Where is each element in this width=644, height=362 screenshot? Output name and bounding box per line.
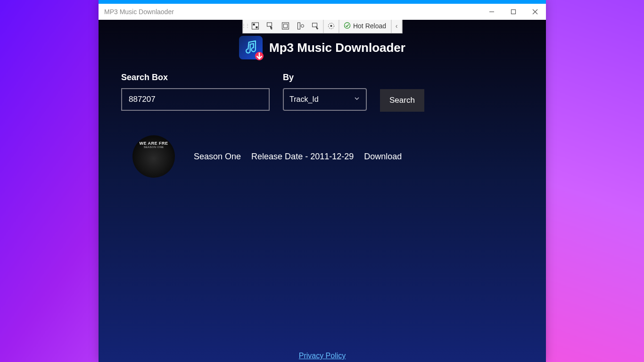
svg-rect-6	[256, 26, 257, 28]
privacy-policy-link[interactable]: Privacy Policy	[299, 352, 346, 360]
search-box-label: Search Box	[121, 73, 270, 82]
app-client-area: Hot Reload ‹ Mp3 Music Downloader Search…	[99, 20, 546, 362]
album-art-line2: SEASON ONE	[139, 146, 168, 148]
search-button[interactable]: Search	[380, 89, 424, 112]
svg-point-14	[330, 25, 332, 27]
window-controls	[481, 4, 546, 20]
dropdown-selected: Track_Id	[289, 95, 319, 104]
search-by-label: By	[283, 73, 367, 82]
search-by-field: By Track_Id	[283, 73, 367, 111]
result-row: WE ARE FRE SEASON ONE Season One Release…	[132, 135, 523, 178]
track-focus-icon[interactable]	[293, 20, 308, 33]
svg-rect-10	[297, 23, 300, 29]
download-link[interactable]: Download	[364, 152, 402, 162]
svg-rect-9	[283, 24, 287, 28]
scan-icon[interactable]	[323, 20, 339, 33]
hot-reload-button[interactable]: Hot Reload	[339, 20, 391, 33]
svg-rect-1	[512, 10, 516, 14]
window-accent-bar	[99, 0, 546, 4]
app-title: Mp3 Music Downloader	[269, 41, 405, 55]
hot-reload-label: Hot Reload	[353, 22, 386, 30]
svg-point-15	[344, 22, 350, 28]
results-area: WE ARE FRE SEASON ONE Season One Release…	[99, 112, 546, 178]
download-badge-icon	[255, 52, 264, 60]
app-window: MP3 Music Downlaoder	[99, 0, 546, 362]
checkmark-icon	[344, 22, 350, 30]
search-by-dropdown[interactable]: Track_Id	[283, 88, 367, 111]
minimize-button[interactable]	[481, 4, 503, 20]
result-texts: Season One Release Date - 2011-12-29 Dow…	[194, 152, 402, 162]
app-logo	[239, 36, 263, 59]
album-art-line1: WE ARE FRE	[139, 141, 168, 146]
window-title: MP3 Music Downlaoder	[99, 8, 481, 16]
close-button[interactable]	[524, 4, 546, 20]
svg-rect-8	[282, 23, 289, 29]
svg-point-11	[301, 25, 304, 27]
result-release-date: Release Date - 2011-12-29	[251, 152, 354, 162]
result-title: Season One	[194, 152, 241, 162]
window-titlebar[interactable]: MP3 Music Downlaoder	[99, 4, 546, 20]
album-art: WE ARE FRE SEASON ONE	[132, 135, 175, 178]
footer: Privacy Policy	[99, 352, 546, 360]
display-layout-icon[interactable]	[278, 20, 293, 33]
vs-debug-toolbar[interactable]: Hot Reload ‹	[242, 20, 402, 33]
live-visual-tree-icon[interactable]	[248, 20, 263, 33]
chevron-down-icon	[354, 95, 360, 104]
toolbar-collapse-icon[interactable]: ‹	[391, 20, 402, 33]
reset-view-icon[interactable]	[308, 20, 323, 33]
select-element-icon[interactable]	[263, 20, 278, 33]
search-input[interactable]	[121, 88, 270, 111]
maximize-button[interactable]	[503, 4, 524, 20]
toolbar-grip-icon[interactable]	[243, 20, 248, 33]
search-box-field: Search Box	[121, 73, 270, 111]
svg-rect-7	[267, 23, 272, 26]
svg-rect-5	[253, 24, 255, 25]
search-row: Search Box By Track_Id Search	[99, 59, 546, 112]
svg-rect-12	[312, 23, 317, 27]
